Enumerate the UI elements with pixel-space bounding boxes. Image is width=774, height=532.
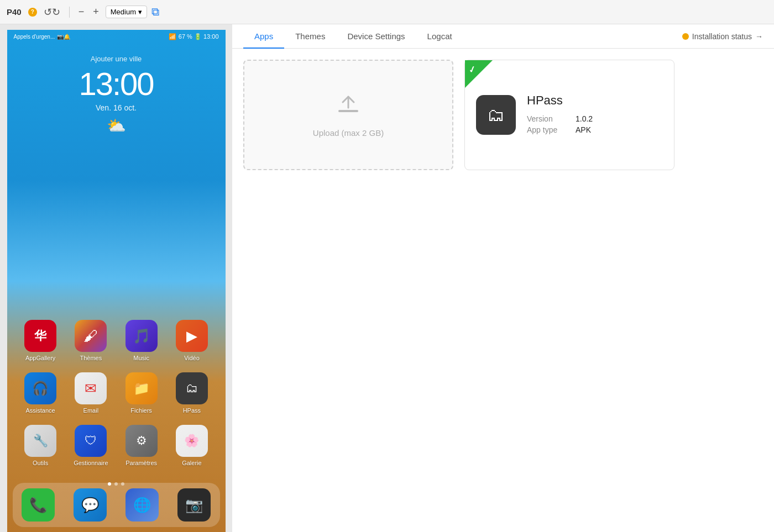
browser-icon: 🌐 [133, 497, 151, 514]
copy-icon[interactable]: ⧉ [151, 6, 159, 18]
flower-icon: 🌸 [184, 434, 199, 448]
add-city-label: Ajouter une ville [91, 55, 142, 63]
right-panel: Apps Themes Device Settings Logcat Insta… [232, 24, 774, 532]
app-label-appgallery: AppGallery [25, 355, 55, 361]
help-icon[interactable]: ? [28, 8, 37, 17]
play-icon: ▶ [186, 328, 197, 345]
status-left: Appels d'urgen... 📷🔔 [14, 34, 71, 40]
app-item-hpass[interactable]: 🗂 HPass [172, 372, 212, 414]
tab-apps[interactable]: Apps [243, 24, 284, 49]
app-icon-themes: 🖌 [75, 320, 107, 352]
status-right: 📶 67 % 🔋 13:00 [169, 33, 219, 40]
message-icon: 💬 [81, 497, 99, 514]
app-label-email: Email [83, 407, 99, 414]
app-icon-assistance: 🎧 [24, 372, 56, 404]
call-status: Appels d'urgen... [14, 34, 55, 40]
app-label-video: Vidéo [184, 355, 200, 361]
dock-item-browser[interactable]: 🌐 [125, 488, 159, 522]
separator [69, 7, 70, 18]
apptype-row: App type APK [527, 125, 663, 134]
dock-item-phone[interactable]: 📞 [22, 488, 55, 522]
plus-icon[interactable]: + [91, 5, 101, 19]
themes-brush-icon: 🖌 [83, 328, 98, 345]
install-status-label: Installation status [692, 32, 752, 41]
tab-logcat[interactable]: Logcat [416, 24, 463, 49]
app-label-themes: Thèmes [80, 355, 102, 361]
huawei-logo: 华 [34, 328, 46, 344]
dock-item-camera[interactable]: 📷 [177, 488, 211, 522]
app-label-parametres: Paramètres [125, 460, 157, 466]
apptype-label: App type [527, 125, 571, 134]
tab-themes[interactable]: Themes [284, 24, 336, 49]
app-item-assistance[interactable]: 🎧 Assistance [20, 372, 60, 414]
app-name: HPass [527, 93, 663, 108]
size-selector[interactable]: Medium ▾ [106, 6, 147, 18]
minus-icon[interactable]: − [76, 5, 87, 19]
hpass-icon-glyph: 🗂 [487, 105, 505, 125]
app-icon-email: ✉ [75, 372, 107, 404]
app-item-gestionnaire[interactable]: 🛡 Gestionnaire [71, 425, 111, 466]
app-label-galerie: Galerie [182, 460, 201, 466]
clock-display: 13:00 [79, 65, 153, 102]
app-item-outils[interactable]: 🔧 Outils [20, 425, 60, 466]
app-icon-parametres: ⚙ [125, 425, 158, 457]
app-icon-video: ▶ [176, 320, 208, 352]
app-row-3: 🔧 Outils 🛡 Gestionnaire ⚙ [15, 425, 217, 466]
upload-zone[interactable]: Upload (max 2 GB) [243, 60, 453, 170]
signal-icon: 📶 [169, 33, 176, 40]
app-item-galerie[interactable]: 🌸 Galerie [172, 425, 212, 466]
app-icon-outils: 🔧 [24, 425, 56, 457]
app-icon-gestionnaire: 🛡 [75, 425, 107, 457]
camera-icon: 📷 [185, 497, 203, 514]
top-bar: P40 ? ↺↻ − + Medium ▾ ⧉ [0, 0, 774, 24]
phone-screen: Appels d'urgen... 📷🔔 📶 67 % 🔋 13:00 Ajou… [7, 30, 226, 532]
dock-item-messages[interactable]: 💬 [74, 488, 107, 522]
chevron-down-icon: ▾ [138, 8, 142, 16]
installation-status[interactable]: Installation status → [682, 32, 763, 41]
app-icon-galerie: 🌸 [176, 425, 208, 457]
notification-icons: 📷🔔 [57, 34, 70, 40]
svg-rect-0 [338, 110, 358, 112]
main-content: Appels d'urgen... 📷🔔 📶 67 % 🔋 13:00 Ajou… [0, 24, 774, 532]
device-label: P40 [7, 7, 22, 17]
install-status-dot [682, 33, 689, 40]
status-bar: Appels d'urgen... 📷🔔 📶 67 % 🔋 13:00 [7, 30, 226, 44]
version-row: Version 1.0.2 [527, 114, 663, 123]
app-item-fichiers[interactable]: 📁 Fichiers [122, 372, 161, 414]
upload-icon [336, 92, 360, 122]
app-label-gestionnaire: Gestionnaire [74, 460, 108, 466]
app-item-appgallery[interactable]: 华 AppGallery [20, 320, 60, 361]
tools-icon: 🔧 [33, 434, 48, 448]
app-icon-fichiers: 📁 [125, 372, 158, 404]
app-item-email[interactable]: ✉ Email [71, 372, 111, 414]
app-info: HPass Version 1.0.2 App type APK [527, 93, 663, 136]
app-item-music[interactable]: 🎵 Music [122, 320, 161, 361]
app-icon-appgallery: 华 [24, 320, 56, 352]
version-label: Version [527, 114, 571, 123]
phone-home: Ajouter une ville 13:00 Ven. 16 oct. ⛅ [7, 44, 226, 135]
shield-icon: 🛡 [85, 434, 97, 448]
content-area: Upload (max 2 GB) ✓ 🗂 HPass Version 1.0.… [232, 49, 774, 532]
tabs-bar: Apps Themes Device Settings Logcat Insta… [232, 24, 774, 49]
app-label-assistance: Assistance [26, 407, 55, 414]
phone-panel: Appels d'urgen... 📷🔔 📶 67 % 🔋 13:00 Ajou… [0, 24, 232, 532]
battery-status: 67 % 🔋 13:00 [179, 33, 219, 40]
tab-device-settings[interactable]: Device Settings [336, 24, 416, 49]
app-card: ✓ 🗂 HPass Version 1.0.2 App type APK [464, 60, 674, 170]
app-label-fichiers: Fichiers [130, 407, 152, 414]
app-item-video[interactable]: ▶ Vidéo [172, 320, 212, 361]
phone-icon: 📞 [29, 497, 47, 514]
weather-icon: ⛅ [107, 117, 126, 135]
app-label-music: Music [133, 355, 149, 361]
version-value: 1.0.2 [576, 114, 593, 123]
app-grid: 华 AppGallery 🖌 Thèmes 🎵 M [7, 320, 226, 477]
upload-label: Upload (max 2 GB) [313, 128, 384, 138]
rotate-left-icon[interactable]: ↺↻ [41, 5, 62, 19]
size-label: Medium [111, 8, 136, 16]
hpass-icon: 🗂 [186, 381, 198, 396]
app-row-1: 华 AppGallery 🖌 Thèmes 🎵 M [15, 320, 217, 361]
app-item-parametres[interactable]: ⚙ Paramètres [122, 425, 161, 466]
music-note-icon: 🎵 [133, 328, 150, 345]
app-item-themes[interactable]: 🖌 Thèmes [71, 320, 111, 361]
gear-icon: ⚙ [136, 434, 147, 448]
